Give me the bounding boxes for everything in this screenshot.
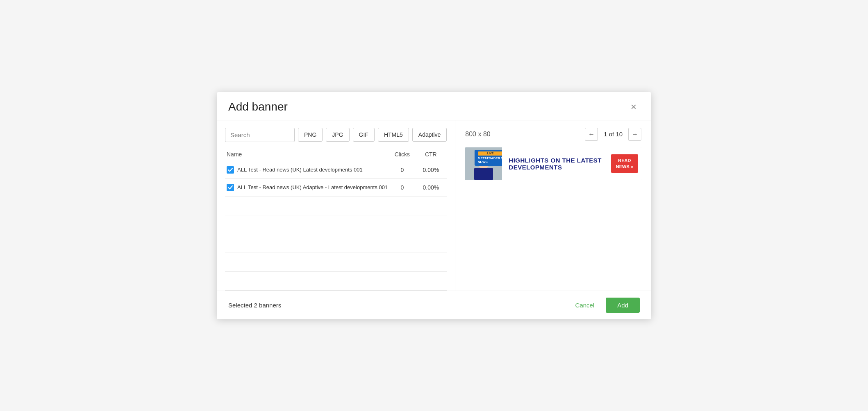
- banner-main-text: HIGHLIGHTS ON THE LATEST DEVELOPMENTS: [502, 157, 611, 171]
- banner-cta: READNEWS »: [611, 154, 638, 173]
- add-button[interactable]: Add: [606, 298, 640, 313]
- close-button[interactable]: ×: [627, 100, 640, 113]
- search-input[interactable]: [225, 128, 295, 142]
- col-clicks-header: Clicks: [388, 151, 416, 158]
- selected-count: Selected 2 banners: [228, 302, 281, 309]
- table-rows: ALL Test - Read news (UK) Latest develop…: [225, 161, 447, 291]
- empty-row: [225, 215, 447, 234]
- page-label: 1 of 10: [600, 131, 627, 138]
- filter-gif-button[interactable]: GIF: [353, 128, 375, 142]
- banner-speech-bubble: METATRADER 5NEWS: [475, 150, 502, 166]
- add-banner-dialog: Add banner × PNG JPG GIF HTML5 Adaptive …: [217, 92, 651, 319]
- next-page-button[interactable]: →: [628, 128, 641, 141]
- dialog-header: Add banner ×: [217, 92, 651, 120]
- empty-row: [225, 234, 447, 253]
- cancel-button[interactable]: Cancel: [569, 298, 601, 312]
- row-name-2: ALL Test - Read news (UK) Adaptive - Lat…: [237, 184, 388, 190]
- row-checkbox-2[interactable]: [227, 184, 234, 191]
- empty-row: [225, 196, 447, 215]
- left-panel: PNG JPG GIF HTML5 Adaptive Name Clicks C…: [217, 120, 455, 291]
- table-header: Name Clicks CTR: [225, 148, 447, 161]
- right-panel: 800 x 80 ← 1 of 10 →: [455, 120, 651, 291]
- dialog-footer: Selected 2 banners Cancel Add: [217, 291, 651, 319]
- row-clicks-2: 0: [388, 184, 416, 191]
- filter-html5-button[interactable]: HTML5: [378, 128, 409, 142]
- row-clicks-1: 0: [388, 167, 416, 173]
- table-row[interactable]: ALL Test - Read news (UK) Adaptive - Lat…: [225, 179, 447, 196]
- banner-photo: METATRADER 5NEWS: [465, 147, 502, 180]
- preview-top: 800 x 80 ← 1 of 10 →: [465, 128, 641, 141]
- row-ctr-1: 0.00%: [416, 167, 445, 173]
- dialog-title: Add banner: [228, 100, 288, 113]
- dialog-body: PNG JPG GIF HTML5 Adaptive Name Clicks C…: [217, 120, 651, 291]
- search-filter-row: PNG JPG GIF HTML5 Adaptive: [225, 128, 447, 142]
- prev-page-button[interactable]: ←: [585, 128, 598, 141]
- col-name-header: Name: [227, 151, 388, 158]
- empty-row: [225, 272, 447, 291]
- row-ctr-2: 0.00%: [416, 184, 445, 191]
- table-row[interactable]: ALL Test - Read news (UK) Latest develop…: [225, 161, 447, 179]
- row-name-1: ALL Test - Read news (UK) Latest develop…: [237, 167, 363, 173]
- banner-preview: METATRADER 5NEWS HIGHLIGHTS ON THE LATES…: [465, 147, 641, 180]
- col-ctr-header: CTR: [416, 151, 445, 158]
- empty-row: [225, 253, 447, 272]
- filter-png-button[interactable]: PNG: [298, 128, 323, 142]
- footer-buttons: Cancel Add: [569, 298, 640, 313]
- svg-rect-2: [474, 168, 493, 180]
- filter-jpg-button[interactable]: JPG: [326, 128, 349, 142]
- preview-size: 800 x 80: [465, 131, 490, 138]
- row-checkbox-1[interactable]: [227, 166, 234, 174]
- banner-inner: METATRADER 5NEWS HIGHLIGHTS ON THE LATES…: [465, 147, 641, 180]
- pagination: ← 1 of 10 →: [585, 128, 641, 141]
- filter-adaptive-button[interactable]: Adaptive: [412, 128, 447, 142]
